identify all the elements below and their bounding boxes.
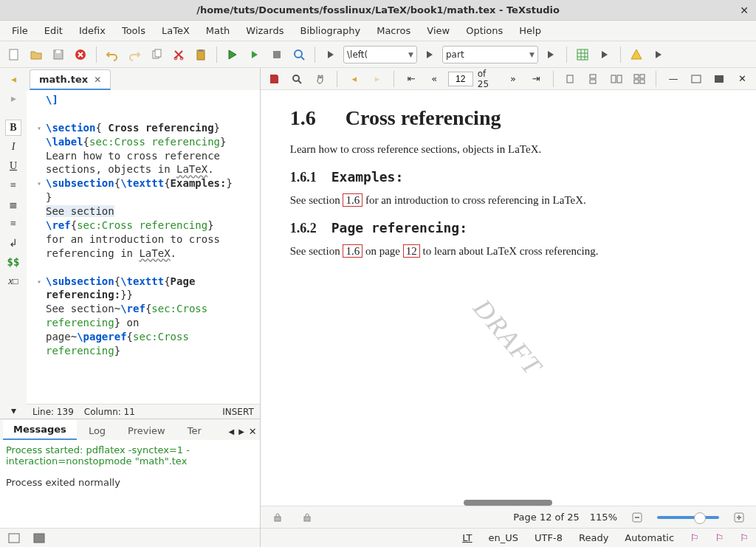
menu-tools[interactable]: Tools [114,22,153,39]
msg-close-icon[interactable]: ✕ [249,426,257,437]
pdf-book-icon[interactable] [265,69,284,89]
pdf-search-icon[interactable] [288,69,306,89]
align-left-icon[interactable]: ≡ [5,177,21,193]
left-bracket-combo[interactable]: \left(▼ [343,46,417,63]
pdf-lock1-icon[interactable] [268,508,287,527]
pdf-min-icon[interactable]: — [664,69,682,89]
part-combo[interactable]: part▼ [442,46,538,63]
nav-left-icon[interactable]: ◂ [5,71,21,87]
play-small2-icon[interactable] [420,45,439,64]
pdf-viewport[interactable]: 1.6Cross referencing Learn how to cross … [261,90,756,506]
pdf-zoomin-icon[interactable] [729,508,749,527]
menu-bibliography[interactable]: Bibliography [292,22,368,39]
table-icon[interactable] [573,45,592,64]
code-line[interactable]: referencing} on [46,316,260,330]
msgtab-terminal[interactable]: Ter [177,422,212,440]
pdf-enlarge-icon[interactable] [710,69,729,89]
nav-right-icon[interactable]: ▸ [5,90,21,106]
pdf-close-icon[interactable]: ✕ [733,69,752,89]
pdf-first-icon[interactable]: ⇤ [402,69,420,89]
msgtab-messages[interactable]: Messages [3,420,77,440]
code-line[interactable]: See section [46,204,260,219]
status-mode[interactable]: Automatic [625,532,674,543]
pdf-single-icon[interactable] [561,69,580,89]
cut-icon[interactable] [169,45,188,64]
paste-icon[interactable] [191,45,210,64]
code-line[interactable]: referencing:}} [46,288,260,302]
code-line[interactable]: sections, objects in LaTeX. [46,162,260,176]
play-small3-icon[interactable] [541,45,560,64]
newline-icon[interactable]: ↲ [5,235,21,251]
subscript-icon[interactable]: x□ [5,273,21,289]
tab-close-icon[interactable]: ✕ [94,75,101,85]
compile-icon[interactable] [245,45,264,64]
stop-icon[interactable] [267,45,286,64]
close-doc-icon[interactable] [71,45,90,64]
pdf-zoomout-icon[interactable] [628,508,647,527]
status-lang[interactable]: en_US [489,532,519,543]
undo-icon[interactable] [103,45,122,64]
pdf-link-1-6a[interactable]: 1.6 [343,193,362,207]
code-line[interactable]: \section{ Cross referencing} [46,121,260,135]
status-enc[interactable]: UTF-8 [535,532,563,543]
bookmark3-icon[interactable]: ⚐ [740,532,749,543]
window-close-icon[interactable]: ✕ [740,4,749,16]
menu-view[interactable]: View [419,22,457,39]
fold-toggle-icon[interactable]: ▾ [32,121,46,135]
redo-icon[interactable] [125,45,144,64]
view-pdf-icon[interactable] [289,45,309,64]
pdf-link-page12[interactable]: 12 [403,244,420,258]
msg-nav-left-icon[interactable]: ◀ [228,427,234,436]
code-line[interactable]: page~\pageref{sec:Cross [46,330,260,344]
pdf-cont-icon[interactable] [584,69,602,89]
pdf-prev-icon[interactable]: « [425,69,444,89]
msg-nav-right-icon[interactable]: ▶ [238,427,244,436]
play-small5-icon[interactable] [649,45,668,64]
chevron-down-icon[interactable]: ▾ [5,402,21,419]
underline-icon[interactable]: U [5,158,21,174]
align-right-icon[interactable]: ≡ [5,216,21,232]
new-file-icon[interactable] [4,45,24,64]
menu-edit[interactable]: Edit [37,22,70,39]
save-icon[interactable] [49,45,68,64]
code-line[interactable]: referencing} [46,344,260,358]
pdf-link-1-6b[interactable]: 1.6 [343,244,362,258]
layout1-icon[interactable] [4,529,24,548]
play-small-icon[interactable] [321,45,340,64]
menu-idefix[interactable]: Idefix [72,22,113,39]
pdf-fwd-icon[interactable]: ▸ [368,69,386,89]
pdf-next-icon[interactable]: » [504,69,522,89]
pdf-page-input[interactable] [448,72,473,86]
warning-icon[interactable] [627,45,646,64]
pdf-zoom-slider[interactable] [657,516,719,519]
code-line[interactable]: } [46,190,260,204]
menu-help[interactable]: Help [512,22,549,39]
code-line[interactable]: \subsection{\texttt{Page [46,275,260,289]
code-line[interactable]: for an introduction to cross [46,233,260,247]
pdf-back-icon[interactable]: ◂ [345,69,363,89]
menu-macros[interactable]: Macros [369,22,418,39]
pdf-hand-icon[interactable] [311,69,329,89]
copy-icon[interactable] [147,45,166,64]
code-line[interactable]: \label{sec:Cross referencing} [46,135,260,149]
layout2-icon[interactable] [30,529,49,548]
msgtab-log[interactable]: Log [78,422,116,440]
pdf-lock2-icon[interactable] [298,508,317,527]
pdf-grid-icon[interactable] [630,69,648,89]
menu-file[interactable]: File [4,22,35,39]
align-center-icon[interactable]: ≣ [5,196,21,213]
pdf-dual-icon[interactable] [607,69,625,89]
bold-icon[interactable]: B [5,120,21,136]
msgtab-preview[interactable]: Preview [117,422,176,440]
fold-toggle-icon[interactable]: ▾ [32,275,46,289]
build-icon[interactable] [223,45,242,64]
bookmark1-icon[interactable]: ⚐ [690,532,699,543]
pdf-window-icon[interactable] [687,69,705,89]
play-small4-icon[interactable] [595,45,614,64]
menu-latex[interactable]: LaTeX [154,22,197,39]
pdf-last-icon[interactable]: ⇥ [527,69,546,89]
code-line[interactable]: \ref{sec:Cross referencing} [46,219,260,233]
menu-options[interactable]: Options [458,22,510,39]
code-line[interactable]: \] [46,93,260,107]
code-line[interactable] [46,261,260,275]
